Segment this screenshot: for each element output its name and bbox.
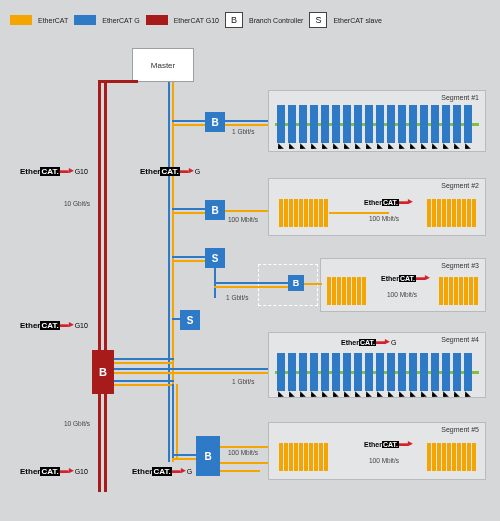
segment-2-slaves-a [279, 199, 328, 227]
red-b-out-1 [114, 358, 174, 360]
wire-g10-a [98, 82, 101, 492]
logo-seg5: EtherCAT.▬▸ [364, 439, 413, 449]
segment-1-title: Segment #1 [441, 94, 479, 101]
segment-4-panel: Segment #4 EtherCAT.▬▸G [268, 332, 486, 398]
segment-1-slaves [277, 105, 477, 143]
logo-g10-3: EtherCAT.▬▸G10 [20, 466, 88, 476]
master-label: Master [151, 61, 175, 70]
logo-seg2: EtherCAT.▬▸ [364, 197, 413, 207]
legend-label-ethercat-g: EtherCAT G [102, 17, 139, 24]
red-b-out-3 [114, 368, 268, 370]
legend-label-ethercat: EtherCAT [38, 17, 68, 24]
speed-seg3: 100 Mbit/s [387, 291, 417, 298]
segment-3-slaves-a [327, 277, 366, 305]
red-b-out-4 [114, 372, 268, 374]
wire-b1-out [225, 120, 270, 122]
legend-swatch-ethercat [10, 15, 32, 25]
segment-2-panel: Segment #2 EtherCAT.▬▸ 100 Mbit/s [268, 178, 486, 236]
logo-seg4: EtherCAT.▬▸G [341, 337, 396, 347]
wire-b2-in [172, 208, 205, 210]
logo-g10-1: EtherCAT.▬▸G10 [20, 166, 88, 176]
segment-4-slaves [277, 353, 477, 391]
wire-b4-out3 [220, 470, 260, 472]
speed-b3: 1 Gbit/s [226, 294, 248, 301]
speed-b1: 1 Gbit/s [232, 128, 254, 135]
slave-node-2: S [180, 310, 200, 330]
diagram-canvas: EtherCAT EtherCAT G EtherCAT G10 B Branc… [0, 0, 500, 521]
wire-b4-v1 [172, 384, 174, 458]
legend-label-ethercat-g10: EtherCAT G10 [174, 17, 219, 24]
wire-b4-out2 [220, 462, 270, 464]
speed-g10-2: 10 Gbit/s [64, 420, 90, 427]
speed-g10-1: 10 Gbit/s [64, 200, 90, 207]
wire-s2 [172, 318, 182, 320]
wire-s-to-b3y [214, 286, 288, 288]
wire-b4-out1 [220, 446, 270, 448]
logo-g-2: EtherCAT.▬▸G [132, 466, 192, 476]
branch-controller-1: B [205, 112, 225, 132]
wire-b1-out2 [225, 124, 270, 126]
segment-3-panel: Segment #3 EtherCAT.▬▸ 100 Mbit/s [320, 258, 486, 312]
wire-b1-in2 [172, 124, 205, 126]
legend-swatch-ethercat-g [74, 15, 96, 25]
wire-b4-in2 [172, 458, 196, 460]
wire-g10-b [104, 82, 107, 492]
branch-controller-3: B [288, 275, 304, 291]
wire-b2-in2 [172, 212, 205, 214]
segment-5-slaves-a [279, 443, 328, 471]
branch-controller-red: B [92, 350, 114, 394]
legend-swatch-ethercat-g10 [146, 15, 168, 25]
speed-red-b: 1 Gbit/s [232, 378, 254, 385]
legend-box-slave: S [309, 12, 327, 28]
segment-2-title: Segment #2 [441, 182, 479, 189]
segment-5-slaves-b [427, 443, 476, 471]
wire-s1 [172, 256, 205, 258]
wire-s-to-b3 [214, 282, 288, 284]
red-b-out-5 [114, 380, 174, 382]
speed-seg2: 100 Mbit/s [369, 215, 399, 222]
seg2-mid-wire [329, 212, 389, 214]
speed-b4: 100 Mbit/s [228, 449, 258, 456]
speed-b2: 100 Mbit/s [228, 216, 258, 223]
segment-5-title: Segment #5 [441, 426, 479, 433]
branch-controller-4: B [196, 436, 220, 476]
segment-1-panel: Segment #1 [268, 90, 486, 152]
speed-seg5: 100 Mbit/s [369, 457, 399, 464]
logo-seg3: EtherCAT.▬▸ [381, 273, 430, 283]
legend-label-branch: Branch Controller [249, 17, 303, 24]
wire-b2-out [225, 210, 270, 212]
wire-b3-seg3 [304, 283, 322, 285]
red-b-out-6 [114, 384, 174, 386]
wire-s1b [172, 260, 205, 262]
segment-3-slaves-b [439, 277, 478, 305]
wire-master-g10 [98, 80, 138, 83]
master-node: Master [132, 48, 194, 82]
segment-5-panel: Segment #5 EtherCAT.▬▸ 100 Mbit/s [268, 422, 486, 480]
wire-b1-in [172, 120, 205, 122]
branch-controller-2: B [205, 200, 225, 220]
legend: EtherCAT EtherCAT G EtherCAT G10 B Branc… [0, 8, 500, 32]
legend-box-branch: B [225, 12, 243, 28]
slave-node-1: S [205, 248, 225, 268]
legend-label-slave: EtherCAT slave [333, 17, 381, 24]
wire-b4-v2 [176, 384, 178, 458]
wire-b4-in [172, 454, 196, 456]
red-b-out-2 [114, 362, 174, 364]
segment-3-title: Segment #3 [441, 262, 479, 269]
segment-4-title: Segment #4 [441, 336, 479, 343]
logo-g10-2: EtherCAT.▬▸G10 [20, 320, 88, 330]
wire-g-trunk-a [168, 82, 170, 462]
logo-g-1: EtherCAT.▬▸G [140, 166, 200, 176]
segment-2-slaves-b [427, 199, 476, 227]
